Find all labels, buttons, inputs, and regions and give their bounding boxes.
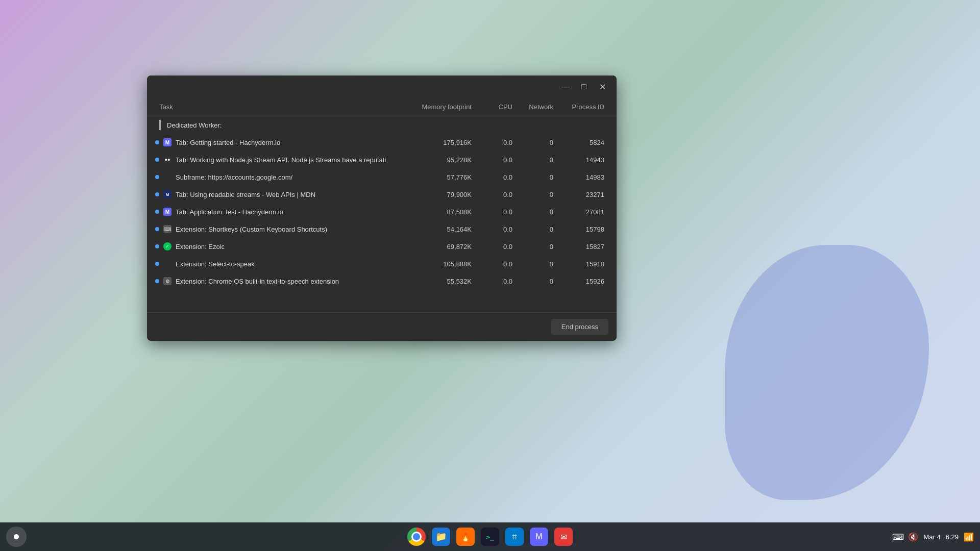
maximize-button[interactable]: □ (576, 79, 592, 95)
td-cpu: 0.0 (476, 206, 517, 218)
td-cpu: 0.0 (476, 258, 517, 270)
task-manager-window: — □ ✕ Task Memory footprint CPU Network … (147, 76, 617, 341)
table-row[interactable]: ●● Tab: Working with Node.js Stream API.… (147, 151, 617, 168)
td-cpu: 0.0 (476, 171, 517, 183)
desktop-blob (725, 245, 929, 500)
task-name: Extension: Ezoic (176, 243, 225, 251)
minimize-button[interactable]: — (557, 79, 574, 95)
chrome-taskbar-icon[interactable] (406, 527, 427, 547)
td-cpu (476, 123, 517, 127)
keyboard-icon: ⌨ (892, 532, 904, 542)
td-network: 0 (517, 137, 557, 148)
table-header: Task Memory footprint CPU Network Proces… (147, 98, 617, 116)
td-network: 0 (517, 241, 557, 253)
td-network: 0 (517, 258, 557, 270)
taskbar-time[interactable]: 6:29 (946, 533, 959, 541)
ezoic-favicon-icon: ✓ (163, 242, 172, 251)
td-memory: 105,888K (394, 258, 476, 270)
td-memory: 175,916K (394, 137, 476, 148)
task-cell: Extension: Select-to-speak (155, 258, 394, 270)
launcher-button[interactable] (6, 527, 27, 547)
table-row[interactable]: M Tab: Application: test - Hachyderm.io … (147, 203, 617, 220)
mail-icon: ✉ (554, 528, 573, 546)
table-row[interactable]: ✓ Extension: Ezoic 69,872K 0.0 0 15827 (147, 238, 617, 255)
task-name: Tab: Working with Node.js Stream API. No… (176, 156, 386, 164)
td-pid: 14943 (557, 154, 608, 166)
vscode-icon: ⌗ (505, 528, 524, 546)
td-network: 0 (517, 171, 557, 183)
taskbar: 📁 🔥 >_ ⌗ M ✉ ⌨ 🔇 Mar 4 6:29 📶 (0, 522, 980, 551)
col-cpu[interactable]: CPU (476, 101, 517, 113)
terminal-taskbar-icon[interactable]: >_ (480, 527, 500, 547)
td-cpu: 0.0 (476, 137, 517, 148)
window-titlebar: — □ ✕ (147, 76, 617, 98)
table-row[interactable]: M Tab: Getting started - Hachyderm.io 17… (147, 134, 617, 151)
task-name: Extension: Shortkeys (Custom Keyboard Sh… (176, 226, 327, 233)
flame-taskbar-icon[interactable]: 🔥 (455, 527, 476, 547)
mail-taskbar-icon[interactable]: ✉ (553, 527, 574, 547)
td-network: 0 (517, 189, 557, 201)
flame-icon: 🔥 (456, 528, 475, 546)
td-pid (557, 123, 608, 127)
col-pid[interactable]: Process ID (557, 101, 608, 113)
table-row[interactable]: ⚙ Extension: Chrome OS built-in text-to-… (147, 272, 617, 290)
taskbar-right: ⌨ 🔇 Mar 4 6:29 📶 (892, 532, 974, 542)
vscode-taskbar-icon[interactable]: ⌗ (504, 527, 525, 547)
td-cpu: 0.0 (476, 189, 517, 201)
task-name: Tab: Getting started - Hachyderm.io (176, 139, 280, 146)
files-taskbar-icon[interactable]: 📁 (431, 527, 451, 547)
td-network (517, 123, 557, 127)
close-button[interactable]: ✕ (594, 79, 610, 95)
td-pid: 27081 (557, 206, 608, 218)
td-memory (394, 123, 476, 127)
table-body: Dedicated Worker: M Tab: Getting started… (147, 116, 617, 312)
table-row[interactable]: Extension: Select-to-speak 105,888K 0.0 … (147, 255, 617, 272)
table-row[interactable]: ⌨ Extension: Shortkeys (Custom Keyboard … (147, 220, 617, 238)
col-task[interactable]: Task (155, 101, 394, 113)
td-network: 0 (517, 223, 557, 235)
table-row[interactable]: Dedicated Worker: (147, 116, 617, 134)
mastodon-favicon-icon: M (163, 138, 172, 146)
task-cell: M Tab: Using readable streams - Web APIs… (155, 188, 394, 201)
task-cell: M Tab: Getting started - Hachyderm.io (155, 136, 394, 148)
mastodon2-favicon-icon: M (163, 208, 172, 216)
taskbar-date[interactable]: Mar 4 (923, 533, 940, 541)
mute-icon: 🔇 (908, 532, 918, 542)
task-dot-icon (155, 244, 159, 248)
task-cell: ⌨ Extension: Shortkeys (Custom Keyboard … (155, 223, 394, 235)
task-cell: M Tab: Application: test - Hachyderm.io (155, 206, 394, 218)
td-memory: 87,508K (394, 206, 476, 218)
task-name: Extension: Chrome OS built-in text-to-sp… (176, 278, 339, 285)
td-cpu: 0.0 (476, 154, 517, 166)
table-row[interactable]: Subframe: https://accounts.google.com/ 5… (147, 168, 617, 186)
table-row[interactable]: M Tab: Using readable streams - Web APIs… (147, 186, 617, 203)
task-cell: Dedicated Worker: (155, 118, 394, 132)
td-memory: 69,872K (394, 241, 476, 253)
td-cpu: 0.0 (476, 276, 517, 287)
task-cell: ⚙ Extension: Chrome OS built-in text-to-… (155, 275, 394, 287)
td-memory: 57,776K (394, 171, 476, 183)
chrome-icon (407, 528, 426, 546)
task-dot-icon (155, 227, 159, 231)
task-dot-icon (155, 210, 159, 214)
td-memory: 79,900K (394, 189, 476, 201)
task-name: Tab: Using readable streams - Web APIs |… (176, 191, 315, 198)
wifi-icon: 📶 (964, 532, 974, 542)
shortkeys-favicon-icon: ⌨ (163, 225, 172, 233)
td-cpu: 0.0 (476, 241, 517, 253)
end-process-button[interactable]: End process (551, 319, 608, 335)
empty-favicon-icon (163, 173, 172, 181)
task-dot-icon (155, 279, 159, 283)
task-cell: Subframe: https://accounts.google.com/ (155, 171, 394, 183)
td-network: 0 (517, 154, 557, 166)
col-memory[interactable]: Memory footprint (394, 101, 476, 113)
td-pid: 23271 (557, 189, 608, 201)
td-memory: 55,532K (394, 276, 476, 287)
mastodon-taskbar-icon[interactable]: M (529, 527, 549, 547)
td-memory: 95,228K (394, 154, 476, 166)
task-dot-icon (155, 158, 159, 162)
col-network[interactable]: Network (517, 101, 557, 113)
mdn-favicon-icon: M (163, 190, 172, 198)
task-dot-icon (155, 262, 159, 266)
td-pid: 5824 (557, 137, 608, 148)
